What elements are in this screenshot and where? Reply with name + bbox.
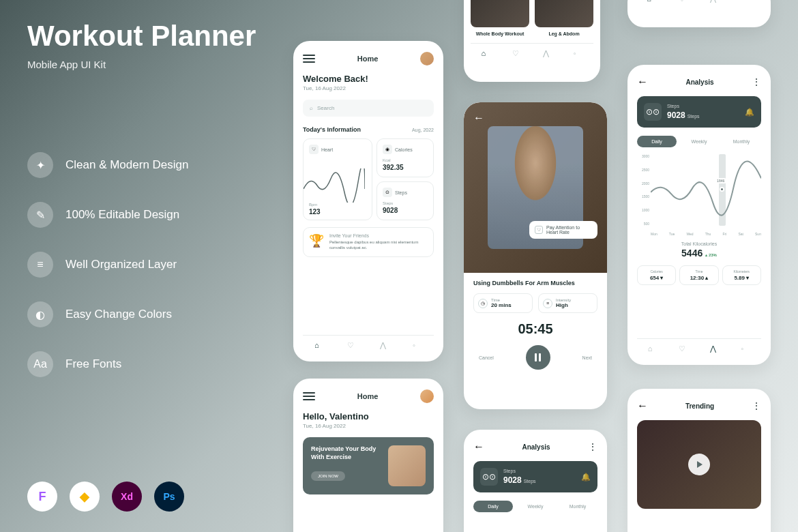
more-icon[interactable]: ⋮ <box>752 76 761 87</box>
wand-icon: ✦ <box>27 152 53 178</box>
home-icon[interactable]: ⌂ <box>648 344 657 354</box>
home-icon[interactable]: ⌂ <box>647 0 656 4</box>
steps-icon: ⊙ <box>383 188 392 197</box>
next-button[interactable]: Next <box>582 355 592 360</box>
screen-title: Analysis <box>522 443 550 451</box>
analysis-chart: 30002500200015001000500 1846 MonTueWedTh… <box>637 154 761 236</box>
workout-image[interactable] <box>471 0 529 27</box>
heart-icon[interactable]: ♡ <box>347 341 357 351</box>
back-button[interactable]: ← <box>637 76 648 88</box>
activity-icon[interactable]: ⋀ <box>380 341 389 351</box>
hero-card[interactable]: Rejuvenate Your Body With Exercise JOIN … <box>303 437 434 494</box>
tip-text: Pay Attention to Heart Rate <box>546 225 592 235</box>
tab-monthly[interactable]: Monthly <box>722 136 761 147</box>
card-unit: Bpm <box>309 203 321 207</box>
profile-icon[interactable]: ◦ <box>413 341 422 351</box>
phone-trending: ← Trending ⋮ <box>627 389 771 532</box>
tab-monthly[interactable]: Monthly <box>558 501 597 512</box>
feature-text: Easy Change Colors <box>65 308 172 321</box>
card-value: 123 <box>309 208 321 216</box>
avatar[interactable] <box>420 52 434 65</box>
home-icon[interactable]: ⌂ <box>482 49 491 59</box>
menu-icon[interactable] <box>303 55 315 63</box>
metric-time[interactable]: Time12:30 ▴ <box>679 265 718 285</box>
invite-card[interactable]: 🏆 Invite Your Friends Pellentesque dapib… <box>303 227 434 257</box>
x-tick: Fri <box>722 232 726 236</box>
play-button[interactable] <box>688 454 710 475</box>
date-text: Tue, 16 Aug 2022 <box>303 423 434 429</box>
search-placeholder: Search <box>317 105 334 111</box>
card-value: 392.35 <box>383 164 428 171</box>
footprint-icon: ⊙⊙ <box>480 468 498 486</box>
info-date: Aug, 2022 <box>412 128 434 132</box>
page-subtitle: Mobile App UI Kit <box>27 59 259 70</box>
more-icon[interactable]: ⋮ <box>588 441 597 452</box>
phone-detail: ← ♡Pay Attention to Heart Rate Using Dum… <box>464 102 607 409</box>
avatar[interactable] <box>420 389 434 403</box>
welcome-text: Welcome Back! <box>303 74 434 84</box>
feature-text: 100% Editable Design <box>65 208 179 222</box>
kcal-value: 5446 <box>681 248 703 258</box>
invite-desc: Pellentesque dapibus eu aliquam nisi ele… <box>329 239 428 251</box>
heart-icon[interactable]: ♡ <box>679 0 688 4</box>
menu-icon[interactable] <box>303 392 315 400</box>
bell-icon[interactable]: 🔔 <box>581 473 591 482</box>
y-tick: 1000 <box>637 208 649 212</box>
back-button[interactable]: ← <box>473 112 484 124</box>
x-tick: Wed <box>686 232 693 236</box>
steps-summary-card[interactable]: ⊙⊙ Steps 9028Steps 🔔 <box>473 461 597 492</box>
x-tick: Thu <box>705 232 711 236</box>
heart-card[interactable]: ♡Heart Bpm123 <box>303 138 372 220</box>
sketch-icon: ◆ <box>70 482 100 512</box>
metric-km[interactable]: Kilometers5.89 ▾ <box>722 265 761 285</box>
period-tabs: Daily Weekly Monthly <box>637 136 761 147</box>
fire-icon: ◉ <box>383 145 392 154</box>
cancel-button[interactable]: Cancel <box>479 355 494 360</box>
info-title: Today's Information <box>303 126 361 133</box>
screen-title: Trending <box>685 402 714 410</box>
back-button[interactable]: ← <box>473 441 484 453</box>
x-tick: Mon <box>651 232 657 236</box>
activity-icon[interactable]: ⋀ <box>543 49 552 59</box>
steps-value: 9028 <box>667 110 685 120</box>
feature-text: Clean & Modern Design <box>65 158 188 172</box>
feature-text: Well Organized Layer <box>65 258 177 271</box>
profile-icon[interactable]: ◦ <box>574 49 583 59</box>
activity-icon[interactable]: ⋀ <box>710 344 720 354</box>
tab-weekly[interactable]: Weekly <box>679 136 719 147</box>
search-input[interactable]: ⌕Search <box>303 100 434 117</box>
exercise-image: ← ♡Pay Attention to Heart Rate <box>464 102 607 273</box>
detail-title: Using Dumbbells For Arm Muscles <box>473 280 597 286</box>
clock-icon: ◷ <box>478 299 488 308</box>
pause-button[interactable] <box>526 345 550 370</box>
steps-card[interactable]: ⊙Steps Steps 9028 <box>376 181 434 220</box>
join-button[interactable]: JOIN NOW <box>311 471 345 481</box>
calories-card[interactable]: ◉Calories Kcal 392.35 <box>376 138 434 177</box>
phone-analysis: ← Analysis ⋮ ⊙⊙ Steps 9028Steps 🔔 Daily … <box>627 65 771 365</box>
home-icon[interactable]: ⌂ <box>314 341 324 351</box>
heart-icon[interactable]: ♡ <box>512 49 522 59</box>
steps-label: Steps <box>503 469 576 473</box>
font-icon: Aa <box>27 351 53 377</box>
steps-unit: Steps <box>688 114 700 119</box>
metric-value: 12:30 ▴ <box>683 275 714 281</box>
heart-chart <box>304 168 365 203</box>
card-label: Calories <box>395 147 413 152</box>
xd-icon: Xd <box>112 482 142 512</box>
bell-icon[interactable]: 🔔 <box>745 108 754 117</box>
back-button[interactable]: ← <box>637 400 648 412</box>
more-icon[interactable]: ⋮ <box>752 400 761 411</box>
palette-icon: ◐ <box>27 301 53 327</box>
workout-image[interactable] <box>535 0 593 27</box>
profile-icon[interactable]: ◦ <box>742 0 752 4</box>
tab-daily[interactable]: Daily <box>473 501 513 512</box>
trending-video[interactable] <box>637 420 761 509</box>
steps-summary-card[interactable]: ⊙⊙ Steps 9028Steps 🔔 <box>637 96 761 128</box>
heart-icon[interactable]: ♡ <box>679 344 688 354</box>
x-tick: Tue <box>669 232 675 236</box>
profile-icon[interactable]: ◦ <box>741 344 750 354</box>
tab-daily[interactable]: Daily <box>637 136 677 147</box>
activity-icon[interactable]: ⋀ <box>710 0 720 4</box>
metric-calories[interactable]: Calories654 ▾ <box>637 265 676 285</box>
tab-weekly[interactable]: Weekly <box>516 501 555 512</box>
